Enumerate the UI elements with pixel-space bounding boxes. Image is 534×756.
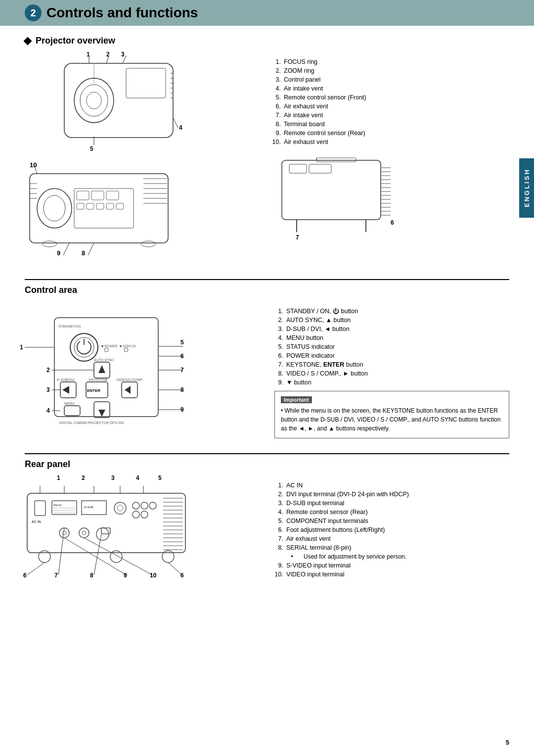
svg-text:6: 6 [391, 219, 394, 226]
svg-text:ENTER: ENTER [87, 388, 100, 393]
svg-text:DIGITAL CINEMA PROJECTOR DPX-5: DIGITAL CINEMA PROJECTOR DPX-530 [59, 421, 124, 425]
svg-text:9: 9 [124, 572, 127, 579]
list-item: 3.Control panel [272, 76, 509, 83]
chapter-header: 2 Controls and functions [0, 0, 534, 26]
list-item: 9.S-VIDEO input terminal [274, 562, 509, 569]
list-item: 7.KEYSTONE, ENTER button [274, 361, 509, 368]
list-item: 5.Remote control sensor (Front) [272, 94, 509, 101]
svg-point-126 [133, 511, 139, 518]
svg-point-20 [37, 189, 72, 228]
svg-text:MENU: MENU [64, 402, 75, 405]
svg-point-124 [141, 502, 148, 509]
control-area-section: Control area STANDBY/ON [25, 285, 509, 438]
svg-rect-115 [52, 501, 77, 515]
svg-rect-27 [77, 191, 89, 200]
rear-panel-section: Rear panel 1 2 3 4 5 [25, 459, 509, 584]
list-item: 9.Remote control sensor (Rear) [272, 130, 509, 137]
rear-panel-title: Rear panel [25, 459, 70, 470]
svg-line-161 [168, 563, 182, 575]
section-divider [25, 279, 509, 280]
svg-rect-29 [106, 191, 119, 200]
svg-point-76 [124, 348, 128, 352]
svg-rect-62 [289, 164, 307, 173]
svg-line-45 [88, 243, 94, 255]
svg-point-123 [133, 502, 139, 509]
svg-text:AC IN: AC IN [32, 520, 41, 523]
svg-rect-33 [106, 203, 114, 209]
svg-point-75 [104, 348, 108, 352]
projector-top-diagram: 4 5 [49, 53, 178, 152]
svg-rect-7 [126, 68, 166, 98]
svg-point-144 [79, 528, 89, 538]
svg-text:4: 4 [46, 407, 50, 414]
list-item: 3.D-SUB input terminal [274, 500, 509, 507]
svg-rect-63 [309, 164, 331, 173]
list-item: 3.D-SUB / DVI, ◄ button [274, 326, 509, 332]
svg-text:6: 6 [23, 572, 27, 579]
svg-rect-90 [64, 406, 80, 416]
svg-point-122 [117, 505, 123, 511]
svg-text:7: 7 [180, 367, 184, 374]
svg-rect-19 [30, 174, 168, 243]
list-item: 4.MENU button [274, 334, 509, 341]
overview-left: 1 2 3 [25, 53, 262, 264]
svg-rect-32 [96, 203, 104, 209]
svg-point-143 [62, 531, 66, 535]
svg-line-151 [27, 563, 44, 575]
svg-line-155 [94, 534, 101, 575]
svg-text:DVI-D: DVI-D [53, 504, 62, 507]
diag-label-8: 8 [82, 249, 85, 257]
list-item: 6.POWER indicator [274, 352, 509, 359]
svg-line-15 [173, 118, 178, 128]
svg-text:■ POWER: ■ POWER [101, 344, 118, 348]
list-item: 8.VIDEO / S / COMP., ► button [274, 370, 509, 377]
diag-label-1: 1 [87, 51, 90, 58]
svg-text:VIDEO/S./COMP.: VIDEO/S./COMP. [116, 378, 143, 381]
language-tab: ENGLISH [519, 158, 534, 218]
svg-text:KEYSTONE: KEYSTONE [89, 378, 108, 381]
bullet-point: • [281, 407, 285, 414]
svg-point-121 [114, 502, 126, 514]
svg-text:8: 8 [180, 386, 184, 393]
overview-layout: 1 2 3 [25, 53, 509, 264]
list-item: 2.AUTO SYNC, ▲ button [274, 317, 509, 324]
projector-overview-header: Projector overview [25, 36, 509, 46]
svg-text:AUTO SYNC: AUTO SYNC [94, 358, 114, 362]
section-divider-2 [25, 453, 509, 454]
projector-overview-title: Projector overview [36, 36, 115, 46]
control-layout: STANDBY/ON ■ POWER ■ STATUS [25, 303, 509, 438]
control-area-header: Control area [25, 285, 509, 295]
diag-label-10: 10 [30, 161, 37, 169]
svg-marker-84 [62, 386, 69, 394]
rear-label-1: 1 [57, 474, 60, 481]
svg-rect-31 [87, 203, 94, 209]
list-item: 9.▼ button [274, 379, 509, 386]
list-item: 1.FOCUS ring [272, 58, 509, 65]
rear-label-3: 3 [111, 474, 115, 481]
svg-text:5: 5 [180, 339, 184, 346]
rear-left: 1 2 3 4 5 AC IN DVI-D [25, 477, 260, 584]
svg-text:1: 1 [20, 344, 23, 351]
svg-rect-113 [35, 501, 45, 516]
important-box: Important • While the menu is on the scr… [274, 391, 509, 438]
list-item: 8.SERIAL terminal (8-pin) [274, 544, 509, 551]
list-item: 7.Air exhaust vent [274, 535, 509, 542]
svg-point-145 [82, 531, 86, 535]
chapter-title: Controls and functions [46, 5, 198, 21]
svg-text:7: 7 [296, 234, 299, 241]
list-item: • Used for adjustment by service person. [284, 553, 509, 560]
projector-rear-small-diagram: 7 6 [277, 155, 400, 244]
svg-point-35 [42, 241, 57, 247]
svg-point-127 [141, 511, 148, 518]
rear-panel-diagram: AC IN DVI-D D-SUB [25, 483, 193, 582]
svg-text:STANDBY/ON: STANDBY/ON [58, 325, 81, 328]
list-item: 1.STANDBY / ON, ⏻ button [274, 308, 509, 315]
list-item: 6.Air exhaust vent [272, 103, 509, 110]
svg-text:3: 3 [46, 386, 50, 393]
svg-marker-88 [125, 386, 131, 394]
svg-point-125 [149, 502, 156, 509]
diag-label-2: 2 [106, 51, 110, 58]
important-text: • While the menu is on the screen, the K… [281, 406, 503, 433]
list-item: 1.AC IN [274, 482, 509, 489]
rear-label-4: 4 [136, 474, 139, 481]
